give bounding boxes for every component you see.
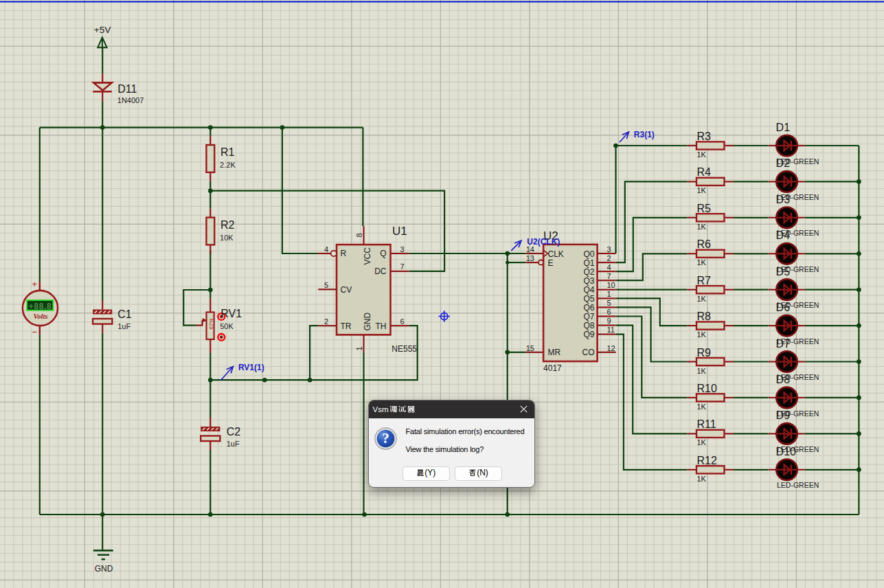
svg-text:4: 4	[607, 263, 611, 271]
svg-text:Q8: Q8	[583, 321, 594, 330]
svg-text:50K: 50K	[220, 322, 234, 330]
svg-text:−: −	[32, 327, 38, 337]
svg-text:1K: 1K	[697, 150, 707, 159]
svg-text:67%: 67%	[208, 318, 214, 329]
svg-text:D7: D7	[776, 338, 791, 350]
svg-text:R2: R2	[220, 219, 235, 231]
svg-text:15: 15	[526, 344, 534, 352]
svg-text:1uF: 1uF	[227, 440, 240, 448]
svg-text:1N4007: 1N4007	[117, 96, 144, 104]
svg-text:R6: R6	[697, 238, 712, 250]
svg-text:+: +	[32, 279, 38, 289]
svg-text:Q2: Q2	[583, 267, 594, 277]
svg-text:DC: DC	[374, 267, 387, 276]
svg-text:2: 2	[324, 317, 328, 326]
svg-text:R: R	[341, 249, 347, 258]
svg-text:7: 7	[400, 262, 405, 271]
svg-text:1K: 1K	[697, 438, 707, 446]
svg-text:R3: R3	[697, 131, 712, 142]
svg-text:Q0: Q0	[583, 249, 594, 259]
svg-text:R9: R9	[697, 347, 712, 359]
svg-text:1K: 1K	[697, 295, 707, 303]
svg-text:D11: D11	[117, 83, 137, 95]
svg-text:D2: D2	[776, 157, 791, 169]
svg-text:Q4: Q4	[583, 285, 594, 295]
svg-text:10K: 10K	[220, 234, 234, 242]
svg-text:1: 1	[607, 290, 611, 298]
svg-text:Q6: Q6	[583, 303, 594, 313]
svg-text:3: 3	[400, 245, 405, 253]
svg-text:3: 3	[607, 245, 611, 253]
svg-text:R3(1): R3(1)	[634, 130, 655, 139]
svg-text:R10: R10	[697, 383, 717, 394]
svg-text:E: E	[548, 258, 554, 268]
svg-text:5: 5	[607, 299, 611, 307]
svg-text:MR: MR	[548, 348, 561, 357]
svg-text:1K: 1K	[697, 223, 707, 231]
svg-text:R4: R4	[697, 166, 712, 178]
svg-text:TR: TR	[341, 321, 352, 331]
svg-text:R12: R12	[697, 455, 717, 466]
svg-text:7: 7	[607, 272, 611, 280]
svg-text:Q3: Q3	[583, 276, 594, 286]
svg-text:+88.8: +88.8	[29, 302, 52, 311]
svg-text:D9: D9	[776, 409, 791, 421]
svg-text:2.2K: 2.2K	[220, 161, 236, 169]
svg-text:R11: R11	[697, 418, 716, 430]
svg-text:D10: D10	[776, 446, 796, 457]
svg-text:1K: 1K	[697, 403, 707, 411]
svg-text:6: 6	[607, 308, 611, 316]
svg-text:12: 12	[607, 344, 615, 352]
svg-text:?: ?	[382, 430, 389, 446]
svg-text:Q5: Q5	[583, 294, 594, 304]
svg-text:1K: 1K	[697, 258, 707, 267]
svg-text:5: 5	[324, 281, 328, 289]
svg-text:Q9: Q9	[583, 330, 594, 339]
svg-text:Q7: Q7	[583, 312, 594, 321]
svg-text:Q1: Q1	[583, 258, 594, 268]
svg-text:13: 13	[526, 254, 534, 262]
svg-text:D8: D8	[776, 374, 791, 385]
svg-text:CV: CV	[341, 285, 352, 295]
svg-text:+5V: +5V	[94, 25, 111, 35]
svg-text:CLK: CLK	[548, 249, 564, 259]
svg-text:1K: 1K	[697, 367, 707, 375]
svg-text:CO: CO	[582, 348, 595, 357]
svg-text:1K: 1K	[697, 330, 707, 339]
svg-text:U1: U1	[392, 225, 407, 238]
svg-text:GND: GND	[363, 313, 372, 331]
svg-text:VCC: VCC	[363, 247, 372, 265]
svg-text:8: 8	[355, 233, 363, 237]
svg-text:NE555: NE555	[392, 344, 417, 354]
svg-text:RV1: RV1	[220, 308, 242, 319]
svg-text:R5: R5	[697, 203, 712, 214]
svg-text:4017: 4017	[543, 363, 562, 373]
svg-text:1K: 1K	[697, 186, 707, 194]
svg-text:9: 9	[607, 317, 611, 325]
svg-text:RV1(1): RV1(1)	[238, 363, 264, 372]
svg-text:D3: D3	[776, 194, 791, 205]
svg-text:C2: C2	[227, 426, 241, 438]
svg-text:U2(CLK): U2(CLK)	[527, 237, 560, 247]
svg-text:C1: C1	[117, 308, 132, 320]
svg-text:4: 4	[324, 245, 328, 253]
svg-text:11: 11	[607, 326, 615, 334]
svg-text:Volts: Volts	[33, 313, 47, 320]
svg-text:R1: R1	[220, 146, 235, 158]
svg-text:R7: R7	[697, 275, 712, 286]
svg-text:R8: R8	[697, 310, 712, 322]
svg-text:10: 10	[607, 281, 615, 289]
svg-text:D1: D1	[776, 122, 791, 133]
svg-text:2: 2	[607, 254, 611, 262]
svg-text:Q: Q	[380, 249, 386, 258]
svg-text:1uF: 1uF	[117, 322, 131, 330]
svg-text:D4: D4	[776, 229, 791, 241]
svg-text:D5: D5	[776, 266, 791, 278]
svg-text:D6: D6	[776, 302, 791, 313]
svg-text:LED-GREEN: LED-GREEN	[777, 481, 819, 489]
svg-text:6: 6	[400, 317, 405, 326]
svg-text:1K: 1K	[697, 475, 707, 483]
svg-text:TH: TH	[376, 321, 387, 331]
svg-text:1: 1	[355, 346, 363, 350]
svg-text:GND: GND	[95, 564, 113, 574]
